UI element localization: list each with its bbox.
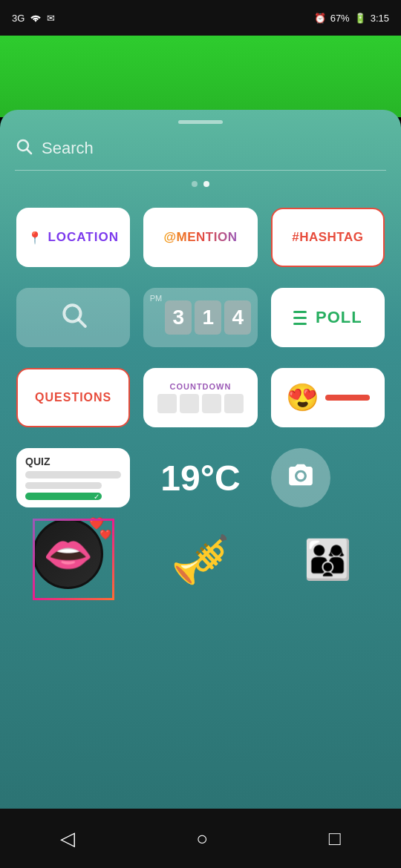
hashtag-label: #HASHTAG <box>292 230 363 245</box>
wifi-icon <box>29 12 42 24</box>
recent-button[interactable]: □ <box>329 827 341 850</box>
location-label: 📍 LOCATION <box>27 230 119 245</box>
countdown-block-1 <box>157 394 177 413</box>
countdown-title: COUNTDOWN <box>170 382 232 391</box>
quiz-title: QUIZ <box>25 456 50 467</box>
questions-label: QUESTIONS <box>35 391 111 404</box>
quiz-progress-bar: ✓ <box>25 493 102 500</box>
emoji-bar <box>325 395 370 401</box>
trumpet-sticker[interactable]: 🎺 <box>143 515 257 604</box>
navigation-bar: ◁ ○ □ <box>0 809 401 868</box>
poll-sticker[interactable]: POLL <box>271 288 385 347</box>
countdown-block-3 <box>202 394 221 413</box>
countdown-sticker[interactable]: COUNTDOWN <box>143 368 257 427</box>
battery-level: 67% <box>330 13 350 24</box>
time-display: 3:15 <box>371 13 389 24</box>
temperature-sticker[interactable]: 19°C <box>143 448 257 507</box>
alarm-icon: ⏰ <box>314 13 326 24</box>
quiz-line-2 <box>25 482 102 490</box>
sticker-grid-row2: PM 3 1 4 POLL <box>0 267 401 347</box>
svg-line-3 <box>79 320 85 326</box>
emoji-sticker[interactable]: 😍 <box>271 368 385 427</box>
camera-icon <box>287 461 315 495</box>
time-sticker[interactable]: PM 3 1 4 <box>143 288 257 347</box>
hashtag-sticker[interactable]: #HASHTAG <box>271 208 385 267</box>
time-min-tens: 1 <box>195 300 221 335</box>
sticker-grid-row5: 👄 ❤️ ❤️ 🎺 👨‍👩‍👦 <box>0 507 401 604</box>
time-hour: 3 <box>165 300 192 335</box>
countdown-blocks <box>157 394 244 413</box>
mouth-emoji: 👄 <box>43 534 93 574</box>
mention-label: @MENTION <box>164 230 238 245</box>
location-sticker[interactable]: 📍 LOCATION <box>16 208 130 267</box>
camera-sticker[interactable] <box>271 448 330 507</box>
small-heart: ❤️ <box>100 530 111 539</box>
countdown-block-2 <box>180 394 199 413</box>
status-right: ⏰ 67% 🔋 3:15 <box>314 13 389 24</box>
pagination-dots <box>0 181 401 187</box>
quiz-sticker[interactable]: QUIZ ✓ <box>16 448 130 507</box>
temperature-value: 19°C <box>160 458 240 499</box>
mouth-outer-circle: 👄 ❤️ ❤️ <box>33 519 103 589</box>
back-button[interactable]: ◁ <box>60 827 75 850</box>
quiz-check-icon: ✓ <box>94 493 100 501</box>
drag-handle[interactable] <box>178 120 223 124</box>
search-sticker[interactable] <box>16 288 130 347</box>
poll-lines-icon <box>293 311 307 325</box>
sticker-grid-row1: 📍 LOCATION @MENTION #HASHTAG <box>0 187 401 267</box>
green-top-area <box>0 36 401 117</box>
poll-line-1 <box>293 311 307 313</box>
search-placeholder: Search <box>42 139 94 158</box>
quiz-line-1 <box>25 471 121 479</box>
questions-sticker[interactable]: QUESTIONS <box>16 368 130 427</box>
battery-icon: 🔋 <box>354 13 366 24</box>
svg-line-1 <box>27 150 32 154</box>
status-left: 3G ✉ <box>12 12 55 24</box>
dot-2 <box>203 181 209 187</box>
mention-sticker[interactable]: @MENTION <box>143 208 257 267</box>
email-icon: ✉ <box>47 13 55 24</box>
status-bar: 3G ✉ ⏰ 67% 🔋 3:15 <box>0 0 401 36</box>
home-button[interactable]: ○ <box>196 827 208 850</box>
search-icon <box>15 137 33 160</box>
family-sticker[interactable]: 👨‍👩‍👦 <box>271 515 385 604</box>
poll-label: POLL <box>316 308 362 327</box>
poll-line-2 <box>293 317 307 319</box>
svg-point-4 <box>297 473 304 480</box>
time-min-units: 4 <box>224 300 251 335</box>
sticker-grid-row3: QUESTIONS COUNTDOWN 😍 <box>0 347 401 427</box>
sticker-picker-sheet: Search 📍 LOCATION @MENTION #HASHTAG <box>0 110 401 868</box>
poll-line-3 <box>293 323 307 325</box>
sticker-grid-row4: QUIZ ✓ 19°C <box>0 427 401 507</box>
emoji-face: 😍 <box>286 382 319 413</box>
search-sticker-icon <box>59 300 88 335</box>
countdown-block-4 <box>224 394 244 413</box>
time-pm: PM <box>150 294 163 303</box>
mouth-sticker-wrap: 👄 ❤️ ❤️ <box>33 519 114 600</box>
pin-icon: 📍 <box>27 231 43 245</box>
network-icon: 3G <box>12 13 25 24</box>
search-bar[interactable]: Search <box>15 137 386 171</box>
trumpet-emoji: 🎺 <box>171 532 230 588</box>
dot-1 <box>192 181 198 187</box>
mouth-sticker[interactable]: 👄 ❤️ ❤️ <box>16 515 130 604</box>
family-emoji: 👨‍👩‍👦 <box>304 537 352 582</box>
heart-emoji: ❤️ <box>89 518 104 530</box>
